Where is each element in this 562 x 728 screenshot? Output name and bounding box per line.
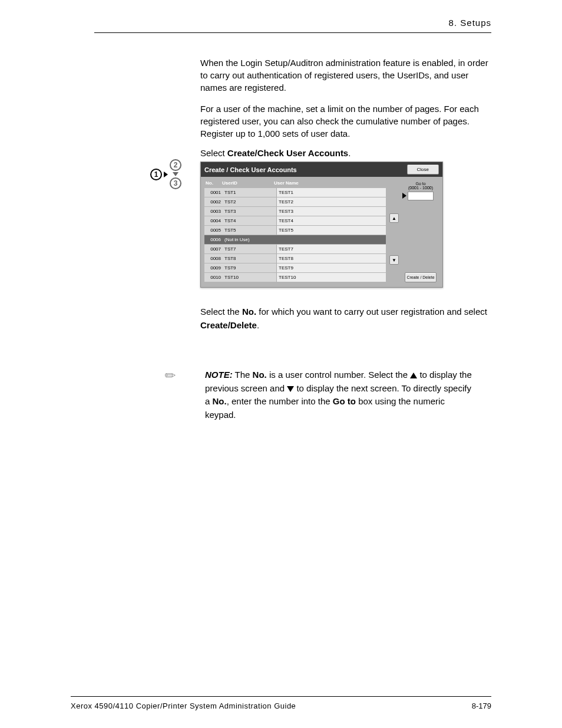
cell-username: TEST5 bbox=[276, 226, 386, 235]
goto-section: Go to (0001 - 1000) bbox=[408, 182, 434, 200]
step-indicator: 1 2 3 bbox=[150, 159, 181, 189]
dialog-title: Create / Check User Accounts bbox=[204, 166, 297, 173]
footer-rule bbox=[71, 696, 491, 697]
cell-username: TEST8 bbox=[276, 254, 386, 263]
cell-userid: TST5 bbox=[223, 228, 276, 233]
table-row[interactable]: 0008TST8TEST8 bbox=[204, 254, 386, 263]
arrow-right-icon bbox=[164, 172, 168, 177]
dialog-screenshot: Create / Check User Accounts Close No. U… bbox=[200, 162, 443, 288]
step2-b: for which you want to carry out user reg… bbox=[256, 307, 487, 317]
note-e: , enter the number into the bbox=[227, 396, 333, 406]
cell-userid: TST1 bbox=[223, 190, 276, 195]
table-row[interactable]: 0010TST10TEST10 bbox=[204, 273, 386, 282]
table-row[interactable]: 0001TST1TEST1 bbox=[204, 188, 386, 197]
cell-username: TEST7 bbox=[276, 245, 386, 253]
cell-userid: TST9 bbox=[223, 265, 276, 271]
step2-c: . bbox=[257, 320, 259, 330]
step-3-circle: 3 bbox=[170, 177, 181, 189]
note-label: NOTE: bbox=[205, 370, 233, 380]
cell-username: TEST9 bbox=[276, 263, 386, 272]
goto-input[interactable] bbox=[408, 192, 434, 200]
scroll-up-button[interactable]: ▲ bbox=[389, 213, 399, 223]
dialog-titlebar: Create / Check User Accounts Close bbox=[201, 162, 442, 177]
footer-right: 8-179 bbox=[472, 701, 491, 710]
goto-range: (0001 - 1000) bbox=[408, 186, 434, 190]
up-triangle-icon bbox=[410, 373, 417, 378]
cell-userid: TST10 bbox=[223, 275, 276, 280]
cell-no: 0010 bbox=[204, 275, 223, 280]
cell-username bbox=[276, 235, 386, 244]
step2-bold1: No. bbox=[242, 307, 256, 317]
scroll-column: ▲ ▼ bbox=[389, 179, 399, 282]
step-1-circle: 1 bbox=[150, 169, 162, 180]
cell-no: 0002 bbox=[204, 199, 223, 205]
scroll-down-button[interactable]: ▼ bbox=[389, 255, 399, 265]
cell-no: 0004 bbox=[204, 218, 223, 223]
step1-prefix: Select bbox=[200, 148, 227, 158]
cell-userid: TST8 bbox=[223, 256, 276, 261]
close-button[interactable]: Close bbox=[407, 164, 439, 174]
col-userid: UserID bbox=[222, 180, 274, 186]
step2-a: Select the bbox=[200, 307, 242, 317]
intro-paragraph-2: For a user of the machine, set a limit o… bbox=[200, 103, 491, 140]
cell-username: TEST4 bbox=[276, 216, 386, 225]
down-triangle-icon bbox=[287, 386, 294, 392]
note-no: No. bbox=[253, 370, 267, 380]
step-2-circle: 2 bbox=[170, 159, 181, 171]
step1-suffix: . bbox=[348, 148, 351, 158]
cell-userid: (Not in Use) bbox=[223, 237, 276, 242]
page-footer: Xerox 4590/4110 Copier/Printer System Ad… bbox=[71, 691, 491, 710]
cell-username: TEST3 bbox=[276, 207, 386, 216]
note-a: The bbox=[233, 370, 253, 380]
table-row[interactable]: 0006(Not in Use) bbox=[204, 235, 386, 244]
cell-userid: TST7 bbox=[223, 246, 276, 252]
play-icon bbox=[402, 193, 406, 199]
cell-no: 0003 bbox=[204, 209, 223, 214]
header-rule bbox=[94, 32, 491, 33]
cell-no: 0005 bbox=[204, 228, 223, 233]
table-row[interactable]: 0004TST4TEST4 bbox=[204, 216, 386, 225]
cell-userid: TST3 bbox=[223, 209, 276, 214]
intro-paragraph-1: When the Login Setup/Auditron administra… bbox=[200, 57, 491, 94]
note-block: ✎ NOTE: The No. is a user control number… bbox=[165, 368, 476, 421]
table-row[interactable]: 0007TST7TEST7 bbox=[204, 245, 386, 253]
page-header: 8. Setups bbox=[0, 0, 562, 32]
note-b: is a user control number. Select the bbox=[267, 370, 410, 380]
create-delete-button[interactable]: Create / Delete bbox=[405, 272, 436, 282]
col-no: No. bbox=[206, 180, 222, 186]
note-no2: No. bbox=[213, 396, 227, 406]
cell-userid: TST2 bbox=[223, 199, 276, 205]
col-username: User Name bbox=[274, 180, 386, 186]
cell-no: 0007 bbox=[204, 246, 223, 252]
step2-bold2: Create/Delete bbox=[200, 320, 257, 330]
cell-no: 0001 bbox=[204, 190, 223, 195]
footer-left: Xerox 4590/4110 Copier/Printer System Ad… bbox=[71, 701, 296, 710]
table-row[interactable]: 0003TST3TEST3 bbox=[204, 207, 386, 216]
cell-userid: TST4 bbox=[223, 218, 276, 223]
step1-bold: Create/Check User Accounts bbox=[227, 148, 348, 158]
note-goto: Go to bbox=[333, 396, 356, 406]
cell-username: TEST1 bbox=[276, 188, 386, 197]
pencil-icon: ✎ bbox=[161, 367, 179, 385]
table-row[interactable]: 0009TST9TEST9 bbox=[204, 263, 386, 272]
step1-text: Select Create/Check User Accounts. bbox=[200, 148, 491, 158]
step2-text: Select the No. for which you want to car… bbox=[200, 305, 491, 332]
table-row[interactable]: 0005TST5TEST5 bbox=[204, 226, 386, 235]
cell-username: TEST10 bbox=[276, 273, 386, 282]
cell-no: 0008 bbox=[204, 256, 223, 261]
table-row[interactable]: 0002TST2TEST2 bbox=[204, 197, 386, 206]
user-list: No. UserID User Name 0001TST1TEST10002TS… bbox=[204, 179, 386, 282]
cell-no: 0006 bbox=[204, 237, 223, 242]
cell-username: TEST2 bbox=[276, 197, 386, 206]
goto-label: Go to bbox=[408, 182, 434, 186]
column-headers: No. UserID User Name bbox=[204, 179, 386, 188]
arrow-down-icon bbox=[173, 172, 178, 176]
cell-no: 0009 bbox=[204, 265, 223, 271]
